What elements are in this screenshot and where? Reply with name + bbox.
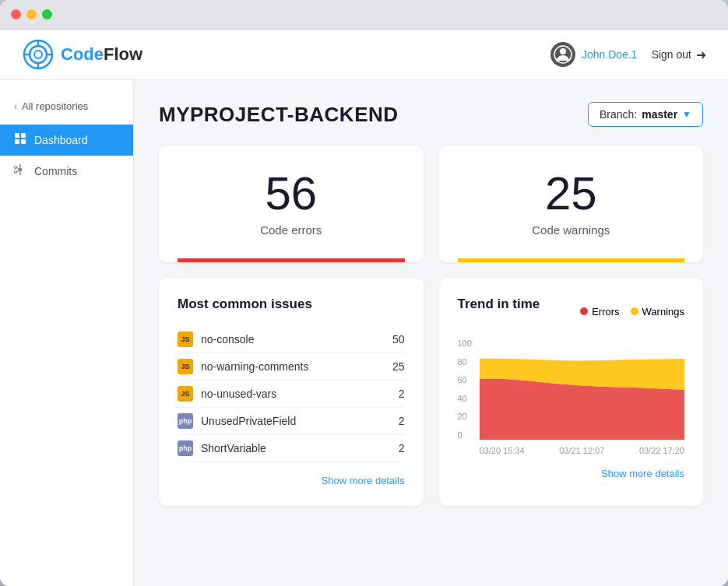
trend-show-more[interactable]: Show more details bbox=[458, 466, 685, 480]
trend-legend: Errors Warnings bbox=[580, 306, 684, 318]
chevron-left-icon: ‹ bbox=[14, 101, 17, 112]
chart-yaxis: 100 80 60 40 20 0 bbox=[458, 339, 472, 440]
svg-rect-12 bbox=[21, 139, 26, 144]
app-container: CodeFlow John.Doe.1 Sign out bbox=[0, 30, 728, 586]
trend-header: Trend in time Errors Warnings bbox=[458, 297, 685, 326]
code-warnings-bar bbox=[458, 258, 685, 262]
dropdown-arrow-icon: ▼ bbox=[682, 109, 691, 120]
legend-dot-warnings bbox=[631, 307, 638, 315]
legend-errors: Errors bbox=[580, 306, 619, 318]
commits-icon bbox=[14, 163, 26, 179]
dashboard-icon bbox=[14, 132, 26, 148]
svg-point-1 bbox=[30, 46, 47, 63]
sidebar-item-dashboard[interactable]: Dashboard bbox=[0, 125, 133, 156]
issues-card-title: Most common issues bbox=[178, 297, 405, 312]
sidebar: ‹ All repositories Dashboard bbox=[0, 80, 134, 586]
header: CodeFlow John.Doe.1 Sign out bbox=[0, 30, 728, 80]
js-badge-1: JS bbox=[178, 332, 193, 347]
issue-row-5: php ShortVariable 2 bbox=[178, 435, 405, 462]
code-errors-label: Code errors bbox=[178, 223, 405, 237]
trend-title: Trend in time bbox=[458, 297, 540, 312]
issue-row-4: php UnusedPrivateField 2 bbox=[178, 408, 405, 435]
issue-row-3: JS no-unused-vars 2 bbox=[178, 381, 405, 408]
svg-rect-10 bbox=[21, 133, 26, 138]
branch-selector-button[interactable]: Branch: master ▼ bbox=[588, 102, 703, 127]
legend-warnings: Warnings bbox=[631, 306, 684, 318]
code-warnings-label: Code warnings bbox=[458, 223, 685, 237]
page-title: MYPROJECT-BACKEND bbox=[159, 103, 399, 127]
js-badge-3: JS bbox=[178, 386, 193, 402]
header-right: John.Doe.1 Sign out ➜ bbox=[550, 42, 706, 67]
signout-arrow-icon: ➜ bbox=[696, 47, 706, 62]
user-info: John.Doe.1 bbox=[550, 42, 638, 67]
minimize-btn[interactable] bbox=[26, 9, 37, 19]
issue-row-2: JS no-warning-comments 25 bbox=[178, 353, 405, 381]
avatar bbox=[550, 42, 575, 67]
sidebar-item-commits[interactable]: Commits bbox=[0, 156, 133, 187]
svg-point-2 bbox=[34, 51, 42, 58]
close-btn[interactable] bbox=[11, 9, 21, 19]
trend-card: Trend in time Errors Warnings bbox=[439, 278, 704, 506]
svg-point-7 bbox=[560, 48, 566, 54]
issue-left-1: JS no-console bbox=[178, 332, 255, 347]
legend-dot-errors bbox=[580, 307, 588, 315]
svg-point-13 bbox=[19, 168, 23, 172]
js-badge-2: JS bbox=[178, 359, 193, 374]
code-warnings-number: 25 bbox=[458, 170, 685, 217]
maximize-btn[interactable] bbox=[42, 9, 52, 19]
issues-card: Most common issues JS no-console 50 JS bbox=[159, 278, 424, 506]
logo: CodeFlow bbox=[22, 38, 142, 71]
username: John.Doe.1 bbox=[582, 48, 638, 61]
bottom-row: Most common issues JS no-console 50 JS bbox=[159, 278, 703, 506]
svg-rect-9 bbox=[15, 133, 19, 138]
svg-point-18 bbox=[15, 171, 17, 174]
titlebar bbox=[0, 0, 728, 30]
php-badge-1: php bbox=[178, 413, 193, 429]
sidebar-back-button[interactable]: ‹ All repositories bbox=[0, 94, 133, 118]
signout-button[interactable]: Sign out ➜ bbox=[652, 47, 706, 62]
trend-chart: 100 80 60 40 20 0 bbox=[458, 339, 685, 440]
php-badge-2: php bbox=[178, 440, 193, 456]
logo-text: CodeFlow bbox=[61, 44, 142, 65]
svg-point-16 bbox=[15, 167, 17, 169]
code-warnings-card: 25 Code warnings bbox=[439, 146, 704, 262]
app-window: CodeFlow John.Doe.1 Sign out bbox=[0, 0, 728, 586]
svg-line-17 bbox=[17, 167, 19, 169]
main-layout: ‹ All repositories Dashboard bbox=[0, 80, 728, 586]
stats-row: 56 Code errors 25 Code warnings bbox=[159, 146, 703, 262]
svg-line-19 bbox=[17, 170, 19, 172]
content-header: MYPROJECT-BACKEND Branch: master ▼ bbox=[159, 102, 703, 127]
issue-row-1: JS no-console 50 bbox=[178, 326, 405, 353]
issues-show-more[interactable]: Show more details bbox=[178, 473, 405, 487]
trend-chart-svg bbox=[480, 339, 685, 440]
svg-rect-11 bbox=[15, 139, 19, 144]
code-errors-card: 56 Code errors bbox=[159, 146, 424, 262]
content-area: MYPROJECT-BACKEND Branch: master ▼ 56 Co… bbox=[134, 80, 728, 586]
code-errors-number: 56 bbox=[178, 170, 405, 217]
code-errors-bar bbox=[178, 258, 405, 262]
logo-icon bbox=[22, 38, 55, 71]
chart-xaxis: 03/20 15:34 03/21 12:07 03/22 17:20 bbox=[480, 446, 685, 455]
